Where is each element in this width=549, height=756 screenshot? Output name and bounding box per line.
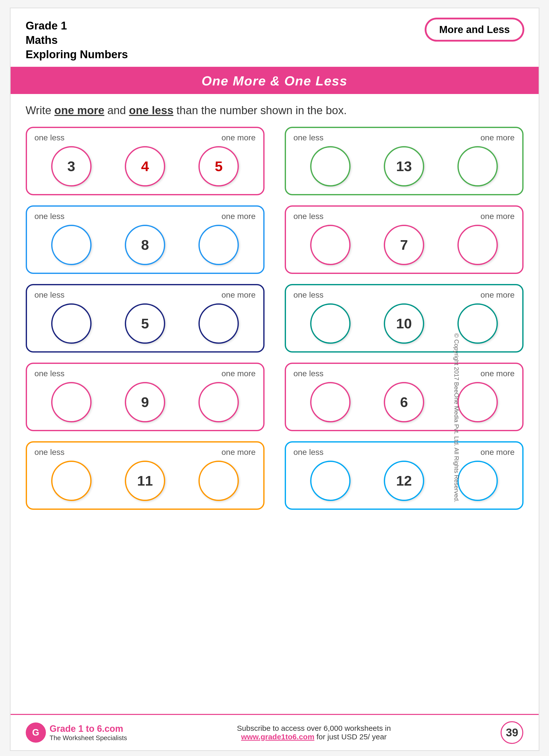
instruction-bold1: one more — [54, 104, 104, 116]
box-labels-6: one less one more — [294, 290, 515, 300]
footer: G Grade 1 to 6.com The Worksheet Special… — [11, 714, 539, 750]
one-less-label: one less — [35, 133, 65, 142]
subscribe-pre: Subscribe to access over 6,000 worksheet… — [237, 724, 391, 732]
one-less-label-8: one less — [294, 369, 324, 378]
instruction-post: than the number shown in the box. — [173, 104, 347, 116]
right-circle-2 — [458, 146, 498, 186]
circles-row-5: 5 — [35, 303, 256, 344]
circles-row-9: 11 — [35, 461, 256, 501]
left-circle-4 — [310, 225, 351, 265]
exercise-box-1: one less one more 3 4 5 — [26, 127, 264, 195]
subscribe-link[interactable]: www.grade1to6.com — [241, 733, 315, 741]
left-circle-2 — [310, 146, 351, 186]
center-circle-1: 4 — [125, 146, 165, 186]
left-circle-6 — [310, 303, 351, 344]
one-more-label-5: one more — [221, 290, 255, 300]
right-circle-1: 5 — [198, 146, 239, 186]
one-more-label: one more — [221, 133, 255, 142]
one-more-label-2: one more — [480, 133, 514, 142]
center-circle-9: 11 — [125, 461, 165, 501]
exercise-box-2: one less one more 13 — [285, 127, 524, 195]
one-less-label-9: one less — [35, 448, 65, 457]
exercise-box-9: one less one more 11 — [26, 441, 264, 510]
one-less-label-4: one less — [294, 212, 324, 221]
right-circle-6 — [458, 303, 498, 344]
center-circle-10: 12 — [384, 461, 424, 501]
instruction: Write one more and one less than the num… — [11, 94, 539, 122]
circles-row-6: 10 — [294, 303, 515, 344]
content-area: one less one more 3 4 5 one less one mor… — [11, 122, 539, 714]
header-right: More and Less — [426, 18, 523, 41]
center-circle-2: 13 — [384, 146, 424, 186]
center-circle-7: 9 — [125, 382, 165, 422]
instruction-bold2: one less — [129, 104, 173, 116]
exercise-box-4: one less one more 7 — [285, 205, 524, 274]
box-labels-2: one less one more — [294, 133, 515, 142]
one-more-label-10: one more — [480, 448, 514, 457]
box-labels-3: one less one more — [35, 212, 256, 221]
footer-logo: G Grade 1 to 6.com The Worksheet Special… — [26, 722, 127, 743]
main-title: One More & One Less — [16, 73, 533, 88]
one-more-label-6: one more — [480, 290, 514, 300]
center-circle-4: 7 — [384, 225, 424, 265]
page-number: 39 — [501, 721, 523, 744]
instruction-mid: and — [104, 104, 129, 116]
one-less-label-10: one less — [294, 448, 324, 457]
circles-row-8: 6 — [294, 382, 515, 422]
box-labels-8: one less one more — [294, 369, 515, 378]
title-bar: One More & One Less — [11, 68, 539, 94]
left-circle-8 — [310, 382, 351, 422]
right-circle-10 — [458, 461, 498, 501]
one-less-label-3: one less — [35, 212, 65, 221]
footer-subscribe: Subscribe to access over 6,000 worksheet… — [237, 724, 391, 741]
circles-row-4: 7 — [294, 225, 515, 265]
box-labels-4: one less one more — [294, 212, 515, 221]
one-more-label-3: one more — [221, 212, 255, 221]
copyright-text: © Copyright 2017 BeeOne Media Pvt. Ltd. … — [453, 333, 460, 502]
box-labels-7: one less one more — [35, 369, 256, 378]
box-labels-10: one less one more — [294, 448, 515, 457]
exercise-box-3: one less one more 8 — [26, 205, 264, 274]
right-circle-4 — [458, 225, 498, 265]
left-circle-7 — [51, 382, 91, 422]
circles-row-7: 9 — [35, 382, 256, 422]
logo-letter: G — [32, 727, 39, 738]
left-circle-1: 3 — [51, 146, 91, 186]
one-less-label-7: one less — [35, 369, 65, 378]
one-less-label-2: one less — [294, 133, 324, 142]
right-circle-9 — [198, 461, 239, 501]
instruction-pre: Write — [26, 104, 54, 116]
right-circle-8 — [458, 382, 498, 422]
circles-row-3: 8 — [35, 225, 256, 265]
subject-label: Maths — [26, 33, 128, 47]
logo-text: Grade 1 to 6.com The Worksheet Specialis… — [50, 723, 127, 742]
one-more-label-4: one more — [480, 212, 514, 221]
one-more-label-7: one more — [221, 369, 255, 378]
exercises-grid: one less one more 3 4 5 one less one mor… — [26, 127, 524, 510]
logo-icon: G — [26, 722, 46, 743]
exercise-box-10: one less one more 12 — [285, 441, 524, 510]
circles-row-2: 13 — [294, 146, 515, 186]
header-left: Grade 1 Maths Exploring Numbers — [26, 18, 128, 62]
circles-row-1: 3 4 5 — [35, 146, 256, 186]
left-circle-10 — [310, 461, 351, 501]
topic-label: Exploring Numbers — [26, 47, 128, 61]
right-circle-7 — [198, 382, 239, 422]
left-circle-9 — [51, 461, 91, 501]
right-circle-3 — [198, 225, 239, 265]
box-labels-5: one less one more — [35, 290, 256, 300]
box-labels-9: one less one more — [35, 448, 256, 457]
topic-badge: More and Less — [426, 18, 523, 41]
page: Grade 1 Maths Exploring Numbers More and… — [10, 8, 539, 751]
left-circle-3 — [51, 225, 91, 265]
center-circle-3: 8 — [125, 225, 165, 265]
center-circle-8: 6 — [384, 382, 424, 422]
header: Grade 1 Maths Exploring Numbers More and… — [11, 8, 539, 68]
center-circle-6: 10 — [384, 303, 424, 344]
exercise-box-6: one less one more 10 — [285, 284, 524, 353]
tagline: The Worksheet Specialists — [50, 734, 127, 742]
grade-label: Grade 1 — [26, 18, 128, 33]
subscribe-post: for just USD 25/ year — [317, 733, 387, 741]
left-circle-5 — [51, 303, 91, 344]
exercise-box-8: one less one more 6 — [285, 363, 524, 431]
